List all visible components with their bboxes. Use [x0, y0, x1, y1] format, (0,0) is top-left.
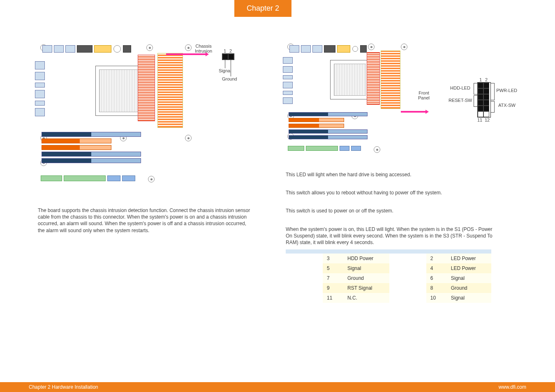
header-icon — [352, 146, 361, 150]
expansion-slots — [289, 113, 367, 142]
mounting-hole-icon — [401, 44, 407, 50]
memory-slots-icon — [381, 51, 400, 108]
pin-icon — [483, 111, 489, 117]
header-icon — [123, 176, 135, 181]
vrm-heatsink-icon — [367, 53, 379, 104]
pcie-slot-icon — [42, 152, 141, 156]
bracket-icon — [491, 101, 495, 113]
pcie-slot-icon — [289, 124, 344, 127]
pin-icon — [483, 83, 489, 88]
connector-icon — [301, 46, 310, 52]
pwr-led-text: When the system's power is on, this LED … — [286, 226, 500, 246]
pcie-slot-icon — [42, 139, 111, 143]
table-header — [389, 249, 426, 254]
chassis-intrusion-header: 12 Signal Ground — [222, 48, 234, 76]
pin-cell: 10 — [426, 293, 447, 303]
memory-slots-icon — [158, 53, 183, 127]
callout-arrow-icon — [166, 53, 206, 55]
io-port-icon — [283, 82, 292, 88]
pcie-slot-icon — [289, 113, 367, 116]
pin-icon — [478, 100, 483, 106]
pcie-slot-icon — [42, 159, 141, 163]
header-icon — [340, 146, 349, 150]
pin-cell: 8 — [426, 283, 447, 293]
io-port-icon — [35, 83, 44, 87]
section-cell — [389, 254, 426, 263]
reset-switch-text: This switch allows you to reboot without… — [286, 190, 517, 196]
pin-cell: 9 — [323, 283, 343, 293]
vrm-heatsink-icon — [138, 55, 155, 121]
io-port-icon — [283, 76, 292, 79]
io-port-icon — [283, 98, 292, 104]
pin-icon — [478, 88, 483, 94]
mounting-hole-icon — [146, 44, 153, 51]
pin-icon — [478, 83, 483, 88]
leader-line-icon — [225, 60, 225, 68]
connector-icon — [290, 46, 299, 52]
connector-icon — [338, 46, 350, 52]
atx-sw-label: ATX-SW — [498, 103, 516, 108]
assign-cell: Signal — [343, 263, 389, 273]
front-panel-header: 12 1112 HDD-LED RESET-SW — [477, 77, 491, 122]
section-cell — [389, 263, 426, 273]
connector-icon — [324, 46, 335, 52]
footer-left: Chapter 2 Hardware Installation — [29, 384, 98, 390]
table-row: 3HDD Power2LED Power — [286, 254, 491, 263]
assign-cell: LED Power — [447, 254, 491, 263]
pin-cell: 3 — [323, 254, 343, 263]
pin-icon — [483, 88, 489, 94]
section-cell — [286, 283, 323, 293]
table-row: 11N.C.10Signal — [286, 293, 491, 303]
mounting-hole-icon — [148, 176, 155, 182]
connector-icon — [313, 46, 322, 52]
reset-sw-label: RESET-SW — [449, 98, 472, 103]
table-row: 5Signal4LED Power — [286, 263, 491, 273]
pin-icon — [478, 94, 483, 100]
rear-io-stack — [35, 62, 44, 119]
header-icon — [288, 146, 304, 150]
pin-icon — [478, 111, 483, 117]
expansion-slots — [42, 132, 141, 169]
table-header — [323, 249, 343, 254]
atx-switch-text: This switch is used to power on or off t… — [286, 208, 517, 214]
hdd-led-text: This LED will light when the hard drive … — [286, 172, 517, 178]
pin-icon — [228, 54, 234, 60]
pin-icon — [222, 54, 228, 60]
left-column: Chassis Intrusion 12 Signal Ground The b… — [30, 41, 278, 367]
pcie-slot-icon — [289, 118, 344, 122]
section-cell — [286, 273, 323, 283]
pin-icon — [483, 100, 489, 106]
page-footer: Chapter 2 Hardware Installation www.dfi.… — [0, 382, 555, 392]
io-port-icon — [283, 91, 292, 95]
section-cell — [389, 283, 426, 293]
assign-cell: RST Signal — [343, 283, 389, 293]
connector-icon — [123, 46, 131, 52]
connector-icon — [66, 46, 75, 52]
io-port-icon — [283, 67, 292, 72]
pcie-slot-icon — [289, 136, 367, 139]
table-header — [343, 249, 389, 254]
signal-label: Signal — [219, 68, 231, 73]
motherboard-diagram-right: Front Panel 12 1112 — [286, 41, 458, 164]
io-port-icon — [35, 72, 44, 80]
section-cell — [286, 293, 323, 303]
assign-cell: Ground — [343, 273, 389, 283]
chassis-intrusion-label: Chassis Intrusion — [195, 44, 212, 53]
callout-arrow-icon — [401, 111, 426, 113]
pin-cell: 5 — [323, 263, 343, 273]
header-icon — [306, 146, 338, 150]
table-header — [426, 249, 447, 254]
pin-assignment-table: 3HDD Power2LED Power5Signal4LED Power7Gr… — [286, 249, 491, 303]
pcie-slot-icon — [42, 145, 111, 150]
coin-cell-icon — [113, 45, 121, 53]
connector-icon — [54, 46, 63, 52]
bottom-connector-row — [288, 146, 361, 154]
io-port-icon — [35, 101, 44, 105]
pin-cell: 11 — [323, 293, 343, 303]
assign-cell: Signal — [447, 293, 491, 303]
right-column: Front Panel 12 1112 — [278, 41, 525, 367]
pcie-slot-icon — [42, 132, 141, 136]
assign-cell: HDD Power — [343, 254, 389, 263]
pin-number: 12 — [483, 118, 491, 122]
pin-number: 1 — [222, 48, 228, 53]
